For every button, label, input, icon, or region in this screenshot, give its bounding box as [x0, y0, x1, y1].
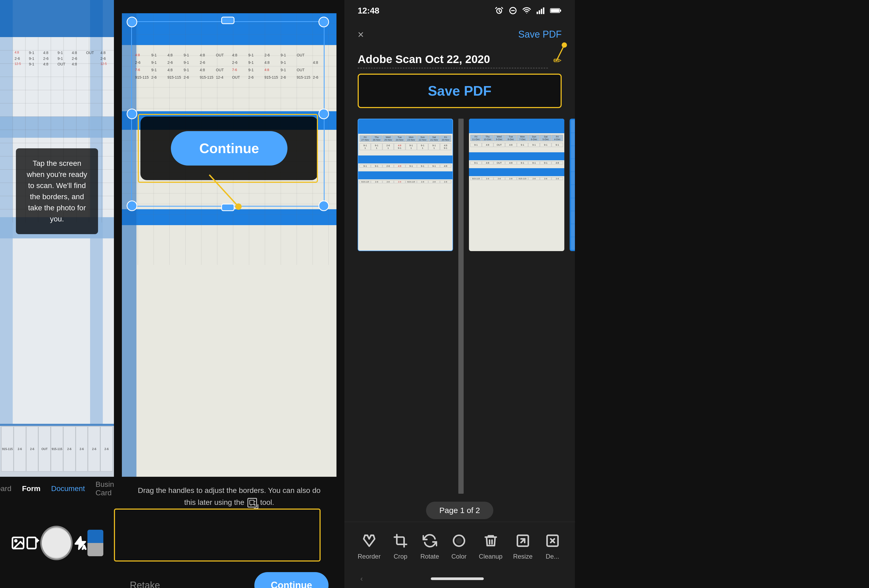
svg-point-72: [456, 538, 462, 544]
page-indicator: Page 1 of 2: [426, 502, 493, 519]
camera-controls: A: [0, 498, 114, 588]
rotate-icon: [420, 532, 439, 550]
status-icons: [495, 6, 562, 15]
crop-hint: Drag the handles to adjust the borders. …: [130, 485, 329, 508]
delete-icon: [543, 532, 562, 550]
camera-viewfinder[interactable]: 4:89-14:89-14:8OUT4:8 2-69-12-69-12-62-6…: [0, 0, 114, 477]
tool-crop[interactable]: Crop: [391, 532, 410, 560]
save-pdf-cta-button[interactable]: Save PDF: [358, 74, 562, 108]
delete-label: De...: [546, 553, 559, 560]
cleanup-icon: [481, 532, 500, 550]
svg-rect-23: [27, 538, 36, 548]
camera-tabs: eboard Form Document Business Card: [0, 477, 114, 498]
crop-handle-tr[interactable]: [319, 17, 329, 27]
tab-document[interactable]: Document: [51, 484, 85, 493]
tab-eboard[interactable]: eboard: [0, 484, 11, 493]
home-pill[interactable]: [431, 578, 484, 580]
wifi-icon: [522, 6, 531, 15]
tab-business-card[interactable]: Business Card: [96, 480, 114, 497]
retake-button[interactable]: Retake: [130, 580, 160, 588]
continue-button-small[interactable]: Continue: [254, 572, 329, 588]
svg-rect-62: [537, 12, 538, 14]
color-label: Color: [451, 553, 467, 560]
camera-tooltip: Tap the screen when you're ready to scan…: [16, 148, 98, 234]
rotate-label: Rotate: [420, 553, 439, 560]
shutter-button[interactable]: [40, 526, 73, 560]
crop-viewfinder[interactable]: 4:89-14:89-14:8OUT4:89-12-69-1OUT 2-69-1…: [114, 0, 344, 477]
alarm-icon: [495, 6, 503, 15]
page-partial-right: 9-1 4:8 2-6 9-1 4:8 2-6 115 9-1 4:8 2-6: [569, 118, 575, 251]
crop-bottom: Drag the handles to adjust the borders. …: [114, 477, 344, 588]
home-indicator-bar: ‹: [344, 569, 575, 588]
crop-tool-icon: [248, 498, 257, 508]
svg-text:A: A: [82, 545, 86, 550]
page-2-thumb[interactable]: Fri11-Dec Thu10-Dec Wed9-Dec Tue8-Dec Mo…: [469, 118, 564, 251]
crop-icon: [391, 532, 410, 550]
resize-icon: [513, 532, 532, 550]
color-icon: [449, 532, 468, 550]
crop-selection-box[interactable]: [131, 21, 325, 207]
svg-rect-64: [541, 9, 542, 14]
reorder-label: Reorder: [358, 553, 381, 560]
dnd-icon: [509, 6, 517, 15]
tab-form[interactable]: Form: [22, 484, 40, 493]
reorder-icon: [360, 532, 378, 550]
recent-photo-thumbnail[interactable]: [87, 530, 103, 556]
save-panel: 12:48: [344, 0, 575, 588]
crop-handle-tm[interactable]: [221, 17, 234, 24]
resize-label: Resize: [513, 553, 532, 560]
svg-rect-63: [538, 10, 540, 14]
save-toolbar: Reorder Crop Rotate: [344, 522, 575, 569]
back-chevron[interactable]: ‹: [360, 575, 363, 583]
document-title: Adobe Scan Oct 22, 2020: [358, 53, 548, 68]
callout-box-hint: [114, 508, 320, 561]
camera-panel: 4:89-14:89-14:8OUT4:8 2-69-12-69-12-62-6…: [0, 0, 114, 588]
svg-rect-59: [250, 500, 254, 505]
cleanup-label: Cleanup: [479, 553, 502, 560]
gallery-icon[interactable]: [10, 534, 25, 552]
svg-rect-65: [543, 7, 544, 14]
save-pdf-cta-container: Save PDF: [358, 74, 562, 108]
svg-point-22: [15, 540, 17, 542]
tool-reorder[interactable]: Reorder: [358, 532, 381, 560]
crop-handle-bl[interactable]: [127, 200, 137, 211]
page-indicator-row: Page 1 of 2: [344, 499, 575, 522]
crop-handle-tl[interactable]: [127, 17, 137, 27]
shutter-inner: [42, 529, 71, 558]
battery-icon: [550, 7, 562, 14]
tool-color[interactable]: Color: [449, 532, 468, 560]
tool-delete[interactable]: De...: [543, 532, 562, 560]
page-divider: [458, 118, 464, 494]
save-pdf-header-link[interactable]: Save PDF: [518, 29, 562, 40]
close-button[interactable]: ×: [358, 29, 364, 40]
crop-label: Crop: [394, 553, 408, 560]
add-document-icon[interactable]: [25, 534, 40, 552]
tooltip-text: Tap the screen when you're ready to scan…: [27, 159, 87, 223]
crop-actions: Retake Continue: [130, 572, 329, 588]
tool-resize[interactable]: Resize: [513, 532, 532, 560]
tool-cleanup[interactable]: Cleanup: [479, 532, 502, 560]
tool-rotate[interactable]: Rotate: [420, 532, 439, 560]
flash-icon[interactable]: A: [73, 534, 87, 552]
crop-handle-br[interactable]: [319, 200, 329, 211]
svg-rect-67: [560, 10, 561, 12]
status-time: 12:48: [358, 6, 380, 16]
signal-icon: [536, 6, 545, 15]
page-1-thumb[interactable]: Fri27-Nov Thu26-Nov Wed25-Nov Tue24-Nov …: [358, 118, 453, 251]
pages-area: Fri27-Nov Thu26-Nov Wed25-Nov Tue24-Nov …: [344, 113, 575, 499]
svg-rect-68: [551, 9, 559, 12]
crop-handle-mr[interactable]: [319, 109, 329, 119]
crop-panel: 4:89-14:89-14:8OUT4:89-12-69-1OUT 2-69-1…: [114, 0, 344, 588]
edit-title-icon[interactable]: ✏: [553, 55, 562, 67]
camera-bottom: eboard Form Document Business Card: [0, 477, 114, 588]
save-header: × Save PDF: [344, 21, 575, 48]
crop-handle-bm[interactable]: [221, 204, 234, 211]
title-area: Adobe Scan Oct 22, 2020 ✏: [344, 48, 575, 74]
status-bar: 12:48: [344, 0, 575, 21]
crop-handle-ml[interactable]: [127, 109, 137, 119]
